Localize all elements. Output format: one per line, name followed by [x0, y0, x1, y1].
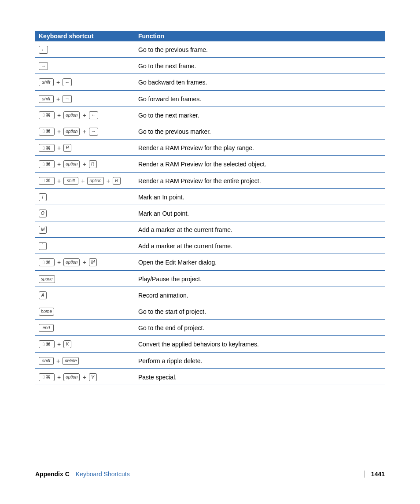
table-row: shift+←Go backward ten frames.	[35, 74, 385, 90]
shortcut-cell: O	[35, 205, 135, 221]
option-key: option	[63, 373, 80, 381]
table-row: ARecord animation.	[35, 287, 385, 303]
key-sequence: ⌘+option+←	[39, 111, 131, 119]
table-row: ⌘+option+RRender a RAM Preview for the …	[35, 156, 385, 172]
function-cell: Open the Edit Marker dialog.	[135, 254, 385, 270]
plus-separator: +	[56, 341, 62, 347]
key-sequence: I	[39, 193, 131, 201]
r-key: R	[89, 160, 97, 168]
key-sequence: ⌘+option+V	[39, 373, 131, 381]
function-cell: Go forward ten frames.	[135, 90, 385, 107]
table-row: ⌘+RRender a RAM Preview for the play ra…	[35, 140, 385, 156]
command-icon: ⌘	[46, 129, 51, 134]
key-label: option	[66, 113, 77, 118]
left-arrow-key: ←	[89, 111, 98, 119]
key-label: option	[66, 260, 77, 265]
function-cell: Render a RAM Preview for the selected ob…	[135, 156, 385, 172]
key-label: R	[66, 146, 69, 150]
table-row: ⌘+shift+option+RRender a RAM Preview fo…	[35, 172, 385, 188]
function-cell: Paste special.	[135, 368, 385, 385]
function-cell: Render a RAM Preview for the play range.	[135, 140, 385, 156]
arrow-icon: →	[91, 129, 96, 134]
plus-separator: +	[56, 145, 62, 151]
key-label: I	[42, 195, 44, 199]
key-sequence: →	[39, 62, 131, 70]
r-key: R	[63, 144, 71, 152]
function-cell: Convert the applied behaviors to keyfram…	[135, 336, 385, 352]
key-sequence: ⌘+option+R	[39, 160, 131, 168]
v-key: V	[89, 373, 97, 381]
arrow-icon: →	[41, 64, 46, 69]
plus-separator: +	[56, 112, 62, 118]
command-key: ⌘	[39, 373, 55, 381]
apple-icon: 	[43, 113, 44, 118]
key-sequence: ←	[39, 46, 131, 54]
command-key: ⌘	[39, 128, 55, 136]
key-label: home	[41, 309, 52, 314]
command-icon: ⌘	[46, 113, 51, 118]
key-label: shift	[67, 179, 75, 183]
space-key: space	[39, 275, 55, 283]
shortcut-cell: →	[35, 58, 135, 74]
key-sequence: space	[39, 275, 131, 283]
shortcut-cell: ⌘+shift+option+R	[35, 172, 135, 188]
table-row: OMark an Out point.	[35, 205, 385, 221]
key-label: option	[66, 375, 77, 379]
key-label: K	[66, 342, 69, 346]
k-key: K	[63, 340, 71, 348]
key-sequence: ⌘+R	[39, 144, 131, 152]
key-label: M	[41, 228, 44, 232]
plus-separator: +	[56, 374, 62, 380]
shift-key: shift	[63, 177, 78, 185]
key-label: shift	[42, 97, 50, 101]
table-row: ⌘+option+VPaste special.	[35, 368, 385, 385]
option-key: option	[63, 111, 80, 119]
command-icon: ⌘	[46, 146, 51, 151]
table-row: MAdd a marker at the current frame.	[35, 221, 385, 238]
plus-separator: +	[80, 178, 85, 184]
m-key: M	[89, 258, 97, 266]
shortcut-cell: shift+→	[35, 90, 135, 107]
shortcut-cell: home	[35, 303, 135, 320]
key-sequence: shift+delete	[39, 357, 131, 365]
o-key: O	[39, 210, 47, 217]
shortcut-cell: M	[35, 221, 135, 238]
right-arrow-key: →	[39, 62, 48, 70]
`-key: `	[39, 242, 47, 250]
key-sequence: ⌘+option+→	[39, 128, 131, 136]
table-row: ⌘+option+←Go to the next marker.	[35, 107, 385, 123]
apple-icon: 	[43, 342, 44, 347]
plus-separator: +	[56, 178, 62, 184]
function-cell: Record animation.	[135, 287, 385, 303]
footer-title: Keyboard Shortcuts	[76, 471, 130, 478]
apple-icon: 	[43, 260, 44, 265]
plus-separator: +	[55, 79, 61, 85]
key-label: R	[91, 162, 94, 166]
command-icon: ⌘	[46, 162, 51, 167]
key-sequence: ⌘+option+M	[39, 258, 131, 266]
function-cell: Render a RAM Preview for the entire proj…	[135, 172, 385, 188]
key-sequence: ⌘+K	[39, 340, 131, 348]
shortcut-cell: ⌘+option+M	[35, 254, 135, 270]
table-row: endGo to the end of project.	[35, 320, 385, 336]
key-label: A	[41, 293, 44, 298]
shift-key: shift	[39, 95, 54, 103]
key-sequence: end	[39, 324, 131, 332]
function-cell: Add a marker at the current frame.	[135, 238, 385, 254]
plus-separator: +	[81, 112, 87, 118]
key-label: M	[91, 260, 95, 265]
footer-appendix: Appendix C	[35, 471, 70, 478]
page-footer: Appendix C Keyboard Shortcuts 1441	[0, 471, 420, 478]
function-cell: Go to the previous frame.	[135, 41, 385, 58]
command-icon: ⌘	[46, 178, 51, 183]
function-cell: Mark an Out point.	[135, 205, 385, 221]
option-key: option	[63, 160, 80, 168]
header-function: Function	[135, 31, 385, 41]
command-key: ⌘	[39, 340, 55, 348]
shortcut-cell: ⌘+option+R	[35, 156, 135, 172]
table-row: homeGo to the start of project.	[35, 303, 385, 320]
footer-left: Appendix C Keyboard Shortcuts	[35, 471, 130, 478]
table-row: ⌘+KConvert the applied behaviors to key…	[35, 336, 385, 352]
key-label: delete	[65, 359, 77, 363]
table-row: shift+deletePerform a ripple delete.	[35, 352, 385, 368]
